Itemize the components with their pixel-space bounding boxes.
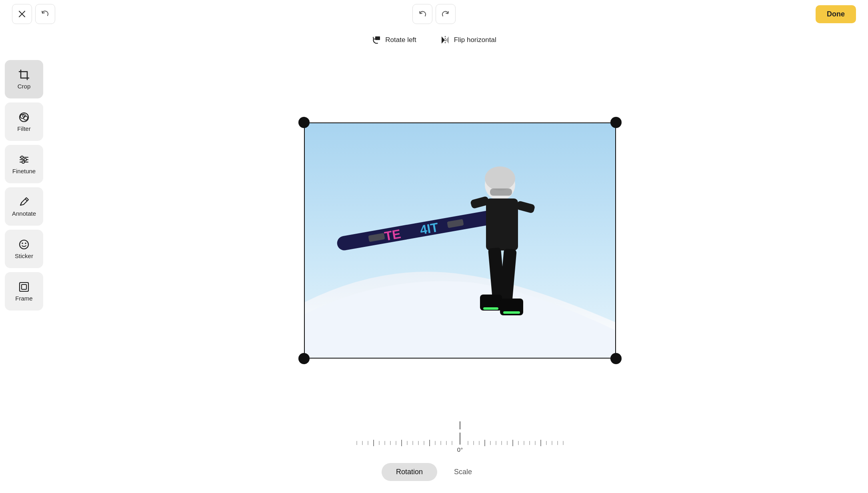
sidebar-item-frame-label: Frame bbox=[15, 295, 32, 302]
sidebar-item-annotate[interactable]: Annotate bbox=[5, 187, 43, 226]
flip-horizontal-action[interactable]: Flip horizontal bbox=[440, 35, 496, 45]
ruler-tick bbox=[524, 441, 524, 445]
ruler-tick bbox=[563, 441, 564, 445]
rotate-left-action[interactable]: Rotate left bbox=[372, 35, 416, 45]
ruler-tick bbox=[356, 441, 357, 445]
annotate-icon bbox=[18, 196, 30, 208]
ruler-tick bbox=[557, 441, 558, 445]
header-center-controls bbox=[412, 4, 456, 24]
ruler-tick-major bbox=[429, 440, 430, 446]
redo-center-icon bbox=[441, 10, 450, 18]
bottom-tabs: Rotation Scale bbox=[0, 463, 868, 481]
sidebar-item-crop[interactable]: Crop bbox=[5, 60, 43, 98]
svg-rect-32 bbox=[486, 198, 518, 251]
ruler-tick bbox=[479, 441, 480, 445]
rotation-slider-area: 0° bbox=[52, 421, 868, 453]
frame-icon bbox=[18, 281, 30, 293]
ruler-tick bbox=[390, 441, 391, 445]
ruler-tick bbox=[379, 441, 380, 445]
ruler-tick bbox=[552, 441, 552, 445]
ruler-tick bbox=[368, 441, 368, 445]
ruler-tick bbox=[529, 441, 530, 445]
svg-point-30 bbox=[485, 166, 515, 190]
crop-handle-bottom-right[interactable] bbox=[610, 353, 622, 364]
rotation-value-label: 0° bbox=[457, 446, 463, 453]
crop-handle-bottom-left[interactable] bbox=[298, 353, 310, 364]
ruler-tick bbox=[468, 441, 468, 445]
snowboarder-image: TE 4IT bbox=[304, 122, 616, 359]
svg-text:TE: TE bbox=[383, 226, 402, 244]
sidebar-item-finetune[interactable]: Finetune bbox=[5, 145, 43, 183]
sidebar-item-crop-label: Crop bbox=[18, 83, 31, 90]
close-icon bbox=[18, 10, 26, 18]
ruler-tick bbox=[490, 441, 491, 445]
ruler-tick bbox=[440, 441, 441, 445]
sticker-icon bbox=[18, 239, 30, 250]
sidebar-item-frame[interactable]: Frame bbox=[5, 272, 43, 311]
ruler-tick bbox=[546, 441, 547, 445]
svg-rect-22 bbox=[22, 285, 26, 289]
image-frame: TE 4IT bbox=[304, 122, 616, 359]
ruler-tick bbox=[407, 441, 408, 445]
ruler-tick bbox=[473, 441, 474, 445]
ruler-tick-major bbox=[540, 440, 541, 446]
ruler-tick bbox=[424, 441, 424, 445]
rotate-left-icon bbox=[372, 35, 381, 45]
ruler-tick bbox=[507, 441, 508, 445]
rotation-ruler[interactable]: 0° bbox=[320, 433, 600, 453]
svg-marker-3 bbox=[442, 36, 445, 44]
ruler-center-line bbox=[460, 433, 460, 445]
svg-point-18 bbox=[20, 240, 28, 249]
rotation-value-display: 0° bbox=[457, 433, 463, 453]
rotate-left-label: Rotate left bbox=[385, 36, 416, 44]
undo-center-button[interactable] bbox=[412, 4, 432, 24]
ruler-tick bbox=[496, 441, 496, 445]
filter-icon bbox=[18, 112, 30, 123]
crop-icon bbox=[18, 69, 30, 80]
ruler-tick bbox=[535, 441, 536, 445]
svg-rect-21 bbox=[20, 283, 28, 291]
svg-marker-4 bbox=[446, 36, 449, 44]
sidebar-item-filter[interactable]: Filter bbox=[5, 102, 43, 141]
sidebar-item-sticker[interactable]: Sticker bbox=[5, 230, 43, 268]
svg-point-15 bbox=[22, 161, 24, 163]
finetune-icon bbox=[18, 154, 30, 165]
svg-rect-39 bbox=[483, 307, 498, 310]
ruler-tick bbox=[396, 441, 396, 445]
undo-button[interactable] bbox=[35, 4, 55, 24]
tab-scale[interactable]: Scale bbox=[440, 463, 486, 481]
crop-handle-top-left[interactable] bbox=[298, 117, 310, 128]
flip-horizontal-icon bbox=[440, 35, 450, 45]
ruler-tick bbox=[435, 441, 436, 445]
done-button[interactable]: Done bbox=[816, 5, 856, 23]
ruler-tick bbox=[446, 441, 447, 445]
close-button[interactable] bbox=[12, 4, 32, 24]
header-left bbox=[12, 4, 55, 24]
ruler-tick bbox=[452, 441, 452, 445]
flip-horizontal-label: Flip horizontal bbox=[454, 36, 496, 44]
ruler-tick bbox=[518, 441, 519, 445]
svg-rect-40 bbox=[503, 311, 520, 314]
svg-point-20 bbox=[25, 242, 26, 244]
ruler-tick-major bbox=[401, 440, 402, 446]
svg-line-16 bbox=[25, 199, 27, 201]
redo-center-button[interactable] bbox=[436, 4, 456, 24]
svg-point-14 bbox=[24, 158, 26, 161]
top-toolbar: Rotate left Flip horizontal bbox=[0, 28, 868, 52]
ruler-tick bbox=[412, 441, 413, 445]
undo-icon bbox=[41, 10, 50, 18]
svg-rect-2 bbox=[375, 36, 380, 40]
ruler-tick-major bbox=[484, 440, 485, 446]
svg-point-19 bbox=[22, 242, 23, 244]
tab-rotation[interactable]: Rotation bbox=[382, 463, 437, 481]
sidebar-item-filter-label: Filter bbox=[17, 125, 30, 132]
ruler-tick-major bbox=[373, 440, 374, 446]
crop-handle-top-right[interactable] bbox=[610, 117, 622, 128]
ruler-tick bbox=[362, 441, 363, 445]
sidebar: Crop Filter Finetune bbox=[0, 52, 48, 319]
ruler-tick bbox=[384, 441, 385, 445]
sidebar-item-annotate-label: Annotate bbox=[12, 210, 36, 217]
ruler-tick bbox=[418, 441, 419, 445]
ruler-tick-major bbox=[512, 440, 513, 446]
svg-point-13 bbox=[21, 156, 23, 158]
